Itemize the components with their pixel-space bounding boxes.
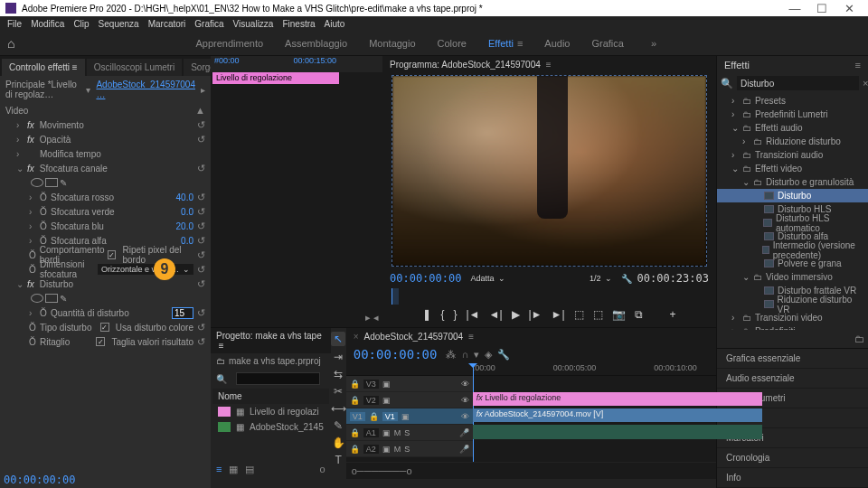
tab-editing[interactable]: Montaggio — [369, 38, 415, 49]
track-a2[interactable]: 🔒A2▣MS🎤 — [346, 441, 473, 457]
ec-timecode[interactable]: 00:00:00:00 — [4, 474, 75, 486]
minimize-button[interactable]: — — [781, 2, 808, 15]
tree-folder[interactable]: ⌄🗀Video immersivo — [717, 270, 868, 284]
blur-dim-dropdown[interactable]: Orizzontale e vertic… ⌄ — [98, 264, 193, 275]
reset-icon[interactable]: ↺ — [197, 221, 205, 232]
wrench-icon[interactable]: 🔧 — [497, 349, 510, 361]
menu-window[interactable]: Finestra — [282, 19, 315, 29]
pen-tool-icon[interactable]: ✎ — [334, 419, 343, 432]
noise-amount-input[interactable] — [172, 307, 193, 319]
ripple-tool-icon[interactable]: ⇆ — [334, 368, 343, 380]
step-fwd-icon[interactable]: |► — [529, 308, 542, 321]
list-view-icon[interactable]: ≡ — [216, 464, 222, 475]
program-scrubber[interactable] — [392, 288, 707, 305]
tab-audio[interactable]: Audio — [544, 38, 570, 49]
reset-icon[interactable]: ↺ — [197, 192, 205, 203]
clip-adjustment[interactable]: fx Livello di regolazione — [473, 392, 762, 406]
project-item[interactable]: ▦AdobeStock_2145 — [212, 419, 329, 435]
tab-color[interactable]: Colore — [438, 38, 467, 49]
ec-clip-link[interactable]: AdobeStock_214597004 … — [96, 80, 195, 99]
side-info[interactable]: Info — [717, 468, 868, 488]
color-noise-checkbox[interactable] — [100, 323, 109, 332]
reset-icon[interactable]: ↺ — [197, 206, 205, 218]
timeline-tc[interactable]: 00:00:00:00 — [354, 347, 438, 361]
timeline-clips[interactable]: fx Livello di regolazione fx AdobeStock_… — [473, 376, 868, 462]
track-a1[interactable]: 🔒A1▣MS🎤 — [346, 425, 473, 441]
goto-in-icon[interactable]: |◄ — [467, 308, 480, 321]
reset-icon[interactable]: ↺ — [197, 307, 205, 319]
panel-menu-icon[interactable]: ≡ — [546, 60, 552, 70]
tree-folder[interactable]: ⌄🗀Effetti audio — [717, 121, 868, 135]
maximize-button[interactable]: ☐ — [808, 2, 835, 15]
tab-assembly[interactable]: Assemblaggio — [285, 38, 347, 49]
name-column[interactable]: Nome — [212, 389, 329, 404]
mask-ellipse-icon[interactable] — [31, 178, 43, 187]
menu-edit[interactable]: Modifica — [31, 19, 64, 29]
tree-folder[interactable]: ⌄🗀Effetti video — [717, 162, 868, 175]
menu-file[interactable]: File — [7, 19, 22, 29]
marker-icon[interactable]: ▾ — [474, 349, 479, 361]
mark-in-icon[interactable]: ❚ — [422, 308, 431, 321]
lift-icon[interactable]: ⬚ — [574, 308, 584, 321]
tree-folder[interactable]: ›🗀Transizioni audio — [717, 148, 868, 162]
ec-play-icon[interactable]: ▸ — [201, 85, 205, 95]
clip-video[interactable]: fx AdobeStock_214597004.mov [V] — [473, 408, 762, 422]
tree-effect[interactable]: Disturbo HLS automatico — [717, 216, 868, 230]
ec-chevron[interactable]: ▾ — [86, 85, 90, 95]
tree-effect[interactable]: Intermedio (versione precedente) — [717, 243, 868, 257]
res-dropdown[interactable]: 1/2 ⌄ — [586, 273, 616, 284]
reset-icon[interactable]: ↺ — [197, 322, 205, 333]
bin-name[interactable]: make a vhs tape.prproj — [229, 356, 321, 366]
menu-view[interactable]: Visualizza — [233, 19, 274, 29]
green-blur-value[interactable]: 0.0 — [181, 207, 193, 217]
mask-rect-icon[interactable] — [45, 178, 58, 187]
program-tc-left[interactable]: 00:00:00:00 — [390, 272, 461, 285]
wrench-icon[interactable]: 🔧 — [621, 274, 632, 284]
mark-out-icon[interactable]: } — [453, 308, 457, 321]
reset-icon[interactable]: ↺ — [197, 264, 205, 276]
type-tool-icon[interactable]: T — [335, 454, 342, 466]
clip-audio[interactable] — [473, 425, 762, 439]
panel-menu-icon[interactable]: ≡ — [855, 60, 861, 70]
add-button-icon[interactable]: + — [670, 308, 676, 321]
razor-tool-icon[interactable]: ✂ — [334, 385, 343, 398]
red-blur-value[interactable]: 40.0 — [176, 192, 193, 202]
reset-icon[interactable]: ↺ — [197, 134, 205, 145]
extract-icon[interactable]: ⬚ — [593, 308, 603, 321]
hand-tool-icon[interactable]: ✋ — [332, 436, 345, 449]
mask-ellipse-icon[interactable] — [31, 294, 43, 303]
reset-icon[interactable]: ↺ — [197, 235, 205, 247]
edge-repeat-checkbox[interactable] — [108, 250, 116, 259]
fit-dropdown[interactable]: Adatta ⌄ — [467, 273, 508, 284]
tree-folder[interactable]: ›🗀Riduzione disturbo — [717, 135, 868, 148]
icon-view-icon[interactable]: ▦ — [229, 464, 238, 475]
reset-icon[interactable]: ↺ — [197, 249, 205, 261]
mark-out-icon[interactable]: { — [440, 308, 444, 321]
tab-graphics[interactable]: Grafica — [591, 38, 623, 49]
clear-search-icon[interactable]: × — [863, 78, 868, 89]
alpha-blur-value[interactable]: 0.0 — [181, 236, 193, 246]
mask-pen-icon[interactable]: ✎ — [60, 178, 67, 188]
project-item[interactable]: ▦Livello di regolazi — [212, 404, 329, 419]
track-v2[interactable]: 🔒V2▣👁 — [346, 392, 473, 408]
tree-folder[interactable]: ›🗀Predefiniti Lumetri — [717, 108, 868, 121]
tree-folder[interactable]: ⌄🗀Disturbo e granulosità — [717, 175, 868, 189]
search-icon[interactable]: 🔍 — [216, 374, 227, 384]
project-tab[interactable]: Progetto: make a vhs tape — [216, 331, 322, 341]
tab-lumetri-scopes[interactable]: Oscilloscopi Lumetri — [87, 59, 182, 76]
compare-icon[interactable]: ⧉ — [635, 308, 643, 321]
tab-source[interactable]: Sorgente: (nessuna clip) — [184, 59, 211, 76]
export-frame-icon[interactable]: 📷 — [612, 308, 626, 321]
tree-effect[interactable]: Disturbo — [717, 189, 868, 202]
fx-time-remap[interactable]: Modifica tempo — [40, 149, 101, 159]
fx-noise[interactable]: Disturbo — [40, 279, 73, 289]
home-icon[interactable]: ⌂ — [7, 36, 14, 51]
adj-layer-clip[interactable]: Livello di regolazione — [212, 72, 339, 84]
link-icon[interactable]: ∩ — [461, 349, 468, 361]
project-search[interactable] — [236, 372, 320, 385]
fx-motion[interactable]: Movimento — [40, 120, 84, 130]
menu-markers[interactable]: Marcatori — [148, 19, 186, 29]
folder-icon[interactable]: 🗀 — [854, 333, 864, 344]
program-viewport[interactable] — [392, 75, 707, 267]
tree-effect[interactable]: Riduzione disturbo VR — [717, 297, 868, 311]
